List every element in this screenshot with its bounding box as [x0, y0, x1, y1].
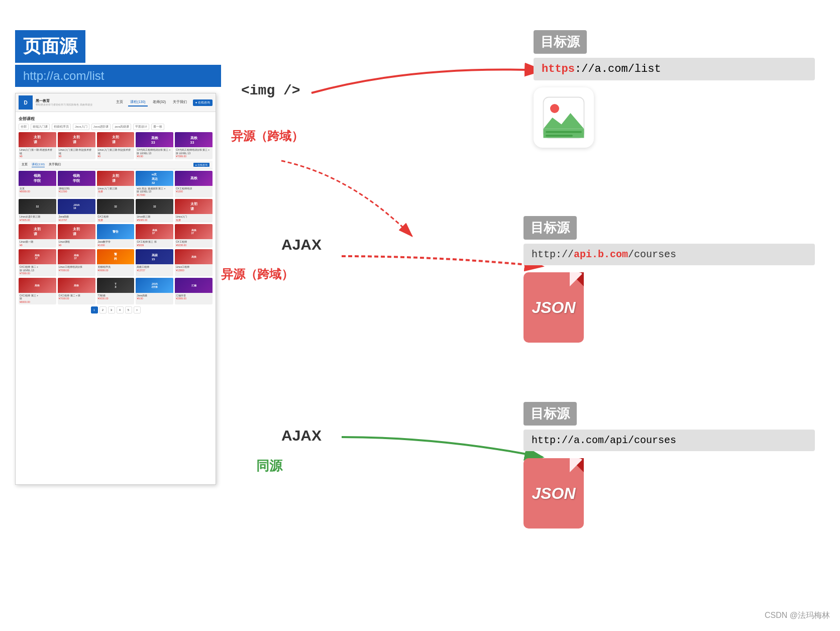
mockup-logo: D [19, 95, 33, 110]
mockup-card: 高铁 Linux工程师¥13800 [175, 249, 213, 276]
target-label-2: 目标源 [523, 216, 577, 240]
mockup-section-title: 全部课程 [19, 116, 213, 122]
image-icon [534, 87, 594, 148]
mockup-card: 32 Linux第三期¥5095.00 [136, 199, 173, 223]
mockup-header: D 黑一教育 帮助更多的学习者轻松学习 我实际角色 高效率就业 主页 课程(13… [16, 93, 216, 112]
svg-point-4 [550, 104, 559, 113]
mockup-card: JAVA2开班 Java高级¥9.90 [136, 278, 173, 305]
mockup-card: 领跑学院 课程(130)¥11590 [58, 171, 95, 198]
mockup-card: 高铁37 C#工程师¥9238.00 [175, 224, 213, 248]
mockup-card: 高铁 C#工程师 第二 + 班¥7099.00 [58, 278, 95, 305]
mockup-card: 32 C#工程师免费 [97, 199, 135, 223]
mockup-nav: 主页 课程(130) 老师(32) 关于我们 [114, 98, 189, 107]
mockup-card: 高铁37 Linux工程师培训分班¥7099.00 [58, 249, 95, 276]
mockup-grid-row5: 高铁37 C#工程师 第二 +班 LEVEL 13¥7099.00 高铁37 L… [19, 249, 213, 276]
url-http-prefix: http:// [532, 249, 574, 260]
url-api-highlight: api.b.com [574, 249, 628, 260]
json-text-2: JSON [532, 484, 575, 503]
svg-rect-7 [546, 135, 573, 137]
mockup-pagination: 1 2 3 4 5 > [19, 306, 213, 313]
watermark: CSDN @法玛梅林 [765, 610, 830, 621]
mockup-card: 太初课 Linux第一期¥9 [19, 224, 56, 248]
mockup-card: 太初课 Linux课程¥9 [58, 224, 95, 248]
target-box-3: 目标源 http://a.com/api/courses JSON [523, 402, 815, 529]
mockup-card: 高铁37 C#工程师 第三 班¥5639 [136, 224, 173, 248]
cross-origin-label-1: 异源（跨域） [231, 128, 303, 144]
url-rest-1: ://a.com/list [575, 63, 661, 75]
website-mockup: D 黑一教育 帮助更多的学习者轻松学习 我实际角色 高效率就业 主页 课程(13… [15, 93, 216, 485]
url-rest-2: /courses [628, 249, 676, 260]
page-source-url: http://a.com/list [15, 65, 221, 87]
mockup-card: 高铁37 C#工程师 第二 +班 LEVEL 13¥7099.00 [19, 249, 56, 276]
mockup-card: 高铁33 C#代码工程师培训分班 第三 +班 LEVEL 13¥9.90 [136, 132, 173, 159]
mockup-content: 全部课程 全部前端入门课初级程序员Java入门Java进阶课java高级课平面设… [16, 112, 216, 316]
mockup-card: 高铁33 C#代码工程师培训分班 第三 +班 LEVEL 13¥7099.00 [175, 132, 213, 159]
target-url-2: http://api.b.com/courses [523, 244, 815, 265]
page-source-label: 页面源 [15, 30, 85, 63]
target-url-1: https://a.com/list [534, 58, 815, 80]
mockup-card: T3 T3初级¥9000.00 [97, 278, 135, 305]
json-icon-1: JSON [523, 272, 584, 343]
target-box-2: 目标源 http://api.b.com/courses JSON [523, 216, 815, 343]
json-text-1: JSON [532, 298, 575, 317]
target-url-3: http://a.com/api/courses [523, 430, 815, 451]
mockup-card: 高铁 C#工程师培训¥1000 [175, 171, 213, 198]
target-box-1: 目标源 https://a.com/list [534, 30, 815, 148]
mockup-grid-row6: 高铁 C#工程师 第三 +班¥9000.00 高铁 C#工程师 第二 + 班¥7… [19, 278, 213, 305]
target-label-3: 目标源 [523, 402, 577, 426]
mockup-grid-row1: 太初课 Linux入门 第一期-简述技术持续¥9 太初课 Linux入门 第三期… [19, 132, 213, 159]
mockup-card: 高铁 C#工程师 第三 +班¥9000.00 [19, 278, 56, 305]
mockup-card: 高级15 高级工程师¥13727 [136, 249, 173, 276]
mockup-grid-row4: 太初课 Linux第一期¥9 太初课 Linux课程¥9 警告 Java数字学¥… [19, 224, 213, 248]
ajax-label-2: AJAX [281, 427, 322, 444]
mockup-grid-row3: 32 Linux从是0 第三期¥7005.00 JAVA16 Java高级¥13… [19, 199, 213, 223]
mockup-card: w次高达32 w次 高达 速成技班 第三 +班 LEVEL 13¥17000 [136, 171, 173, 198]
target-label-1: 目标源 [534, 30, 587, 54]
mockup-card: 32 Linux从是0 第三期¥7005.00 [19, 199, 56, 223]
cross-origin-label-2: 异源（跨域） [221, 266, 293, 282]
svg-rect-6 [546, 131, 582, 133]
mockup-grid-row2: 领跑学院 主页¥9099.00 领跑学院 课程(130)¥11590 太初课 L… [19, 171, 213, 198]
same-origin-label: 同源 [256, 457, 282, 475]
image-svg [541, 95, 586, 140]
mockup-card: 汇编 汇编学堂¥2999.00 [175, 278, 213, 305]
mockup-card: 警告 Java数字学¥1000 [97, 224, 135, 248]
mockup-card: 太初课 Linux入门 第一期-简述技术持续¥9 [19, 132, 56, 159]
mockup-filter: 全部前端入门课初级程序员Java入门Java进阶课java高级课平面设计番一枚 [19, 124, 213, 130]
url-https: https [542, 63, 575, 75]
mockup-card: JAVA16 Java高级¥13797 [58, 199, 95, 223]
mockup-card: 太初课 Linux入门 第三期-到达技术持续¥9 [58, 132, 95, 159]
mockup-card: 太初课 Linux入门免费 [175, 199, 213, 223]
ajax-label-1: AJAX [281, 236, 322, 253]
img-tag-label: <img /> [241, 83, 300, 98]
mockup-card: 领跑学院 主页¥9099.00 [19, 171, 56, 198]
mockup-card: 太初课 Linux入门 第三期-到达技术持续¥9 [97, 132, 135, 159]
left-panel: 页面源 http://a.com/list D 黑一教育 帮助更多的学习者轻松学… [15, 30, 221, 485]
mockup-card: 太初课 Linux入门 第三期免费 [97, 171, 135, 198]
mockup-card: 警科 初级程序员¥9999.00 [97, 249, 135, 276]
json-icon-2: JSON [523, 458, 584, 529]
